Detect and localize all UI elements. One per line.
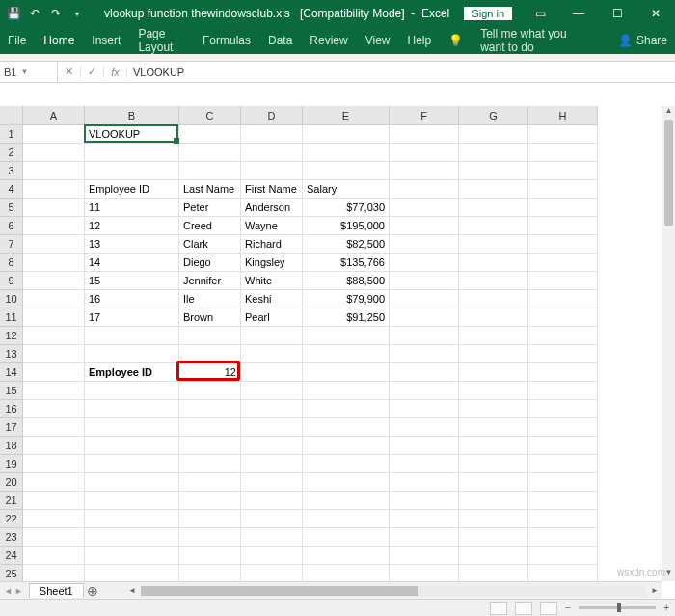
tab-insert[interactable]: Insert	[92, 34, 121, 47]
tab-formulas[interactable]: Formulas	[202, 34, 251, 47]
cell-G9[interactable]	[459, 272, 528, 290]
cell-G4[interactable]	[459, 180, 528, 199]
col-header-C[interactable]: C	[179, 106, 241, 125]
cell-C15[interactable]	[179, 382, 241, 400]
cell-A13[interactable]	[23, 345, 85, 363]
cell-B11[interactable]: 17	[85, 308, 179, 327]
scroll-up-icon[interactable]: ▲	[662, 106, 675, 120]
cell-E20[interactable]	[303, 473, 390, 492]
cell-E1[interactable]	[303, 125, 390, 144]
cell-E2[interactable]	[303, 144, 390, 162]
cell-A6[interactable]	[23, 217, 85, 235]
cell-F19[interactable]	[390, 455, 459, 473]
cell-G18[interactable]	[459, 437, 528, 455]
cell-D23[interactable]	[241, 528, 303, 547]
cell-A25[interactable]	[23, 565, 85, 581]
cell-C6[interactable]: Creed	[179, 217, 241, 235]
cell-A9[interactable]	[23, 272, 85, 290]
cell-F25[interactable]	[390, 565, 459, 581]
qat-dropdown-icon[interactable]: ▾	[69, 6, 85, 21]
sign-in-button[interactable]: Sign in	[463, 6, 513, 21]
cell-E8[interactable]: $135,766	[303, 254, 390, 272]
cell-C19[interactable]	[179, 455, 241, 473]
cell-G13[interactable]	[459, 345, 528, 363]
cell-H22[interactable]	[528, 510, 598, 528]
page-layout-view-button[interactable]	[515, 602, 532, 615]
normal-view-button[interactable]	[490, 602, 507, 615]
cell-G23[interactable]	[459, 528, 528, 547]
tab-review[interactable]: Review	[310, 34, 347, 47]
row-header-17[interactable]: 17	[0, 418, 23, 437]
tell-me-search[interactable]: Tell me what you want to do	[480, 27, 583, 54]
cell-C13[interactable]	[179, 345, 241, 363]
cell-A23[interactable]	[23, 528, 85, 547]
cell-G22[interactable]	[459, 510, 528, 528]
cell-D7[interactable]: Richard	[241, 235, 303, 254]
cell-B21[interactable]	[85, 492, 179, 510]
cell-A24[interactable]	[23, 547, 85, 565]
cell-E11[interactable]: $91,250	[303, 308, 390, 327]
cell-E9[interactable]: $88,500	[303, 272, 390, 290]
cell-F5[interactable]	[390, 199, 459, 217]
cell-B22[interactable]	[85, 510, 179, 528]
row-header-2[interactable]: 2	[0, 144, 23, 162]
cell-D11[interactable]: Pearl	[241, 308, 303, 327]
cell-E16[interactable]	[303, 400, 390, 418]
cell-H16[interactable]	[528, 400, 598, 418]
cell-F8[interactable]	[390, 254, 459, 272]
cell-C22[interactable]	[179, 510, 241, 528]
cell-F2[interactable]	[390, 144, 459, 162]
cell-G24[interactable]	[459, 547, 528, 565]
cell-C9[interactable]: Jennifer	[179, 272, 241, 290]
cell-E10[interactable]: $79,900	[303, 290, 390, 308]
cell-C5[interactable]: Peter	[179, 199, 241, 217]
cell-E4[interactable]: Salary	[303, 180, 390, 199]
cell-D12[interactable]	[241, 327, 303, 345]
close-button[interactable]: ✕	[636, 0, 675, 27]
cell-C17[interactable]	[179, 418, 241, 437]
cell-G12[interactable]	[459, 327, 528, 345]
cell-C21[interactable]	[179, 492, 241, 510]
cell-F15[interactable]	[390, 382, 459, 400]
cell-E24[interactable]	[303, 547, 390, 565]
cell-A3[interactable]	[23, 162, 85, 180]
cell-H20[interactable]	[528, 473, 598, 492]
col-header-B[interactable]: B	[85, 106, 179, 125]
cell-B9[interactable]: 15	[85, 272, 179, 290]
cell-F1[interactable]	[390, 125, 459, 144]
row-header-6[interactable]: 6	[0, 217, 23, 235]
cell-C12[interactable]	[179, 327, 241, 345]
cell-H11[interactable]	[528, 308, 598, 327]
cell-A17[interactable]	[23, 418, 85, 437]
cell-C23[interactable]	[179, 528, 241, 547]
cell-B3[interactable]	[85, 162, 179, 180]
tab-data[interactable]: Data	[268, 34, 292, 47]
cell-C10[interactable]: Ile	[179, 290, 241, 308]
cell-C24[interactable]	[179, 547, 241, 565]
cell-G15[interactable]	[459, 382, 528, 400]
cell-F23[interactable]	[390, 528, 459, 547]
cell-B1[interactable]: VLOOKUP	[85, 125, 179, 144]
cell-G1[interactable]	[459, 125, 528, 144]
cell-B10[interactable]: 16	[85, 290, 179, 308]
cell-F11[interactable]	[390, 308, 459, 327]
cell-E15[interactable]	[303, 382, 390, 400]
cell-A7[interactable]	[23, 235, 85, 254]
cell-G5[interactable]	[459, 199, 528, 217]
cell-H4[interactable]	[528, 180, 598, 199]
col-header-E[interactable]: E	[303, 106, 390, 125]
cell-A1[interactable]	[23, 125, 85, 144]
name-box[interactable]: B1 ▼	[0, 62, 58, 82]
cell-F4[interactable]	[390, 180, 459, 199]
cell-G7[interactable]	[459, 235, 528, 254]
cell-D10[interactable]: Keshi	[241, 290, 303, 308]
cell-A11[interactable]	[23, 308, 85, 327]
cell-B18[interactable]	[85, 437, 179, 455]
horizontal-scrollbar[interactable]: ◄ ►	[125, 581, 662, 599]
cell-H14[interactable]	[528, 363, 598, 382]
cell-H7[interactable]	[528, 235, 598, 254]
cell-C25[interactable]	[179, 565, 241, 581]
cell-D17[interactable]	[241, 418, 303, 437]
cell-D4[interactable]: First Name	[241, 180, 303, 199]
cell-H17[interactable]	[528, 418, 598, 437]
